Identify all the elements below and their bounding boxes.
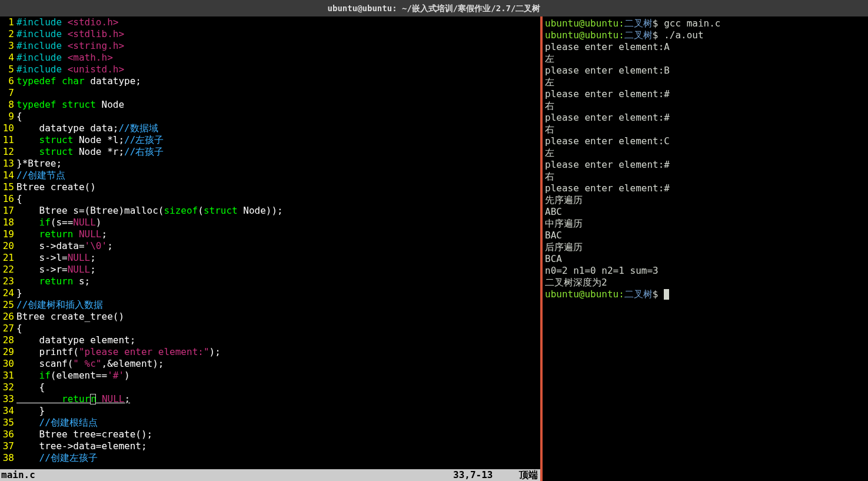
code-text[interactable] xyxy=(16,87,540,99)
line-number: 20 xyxy=(0,240,16,252)
statusbar: main.c 33,7-13 顶端 xyxy=(0,469,540,481)
code-line[interactable]: 19 return NULL; xyxy=(0,228,540,240)
code-line[interactable]: 18 if(s==NULL) xyxy=(0,217,540,228)
code-line[interactable]: 1#include <stdio.h> xyxy=(0,16,540,28)
code-text[interactable]: #include <unistd.h> xyxy=(16,64,540,75)
code-text[interactable]: #include <stdlib.h> xyxy=(16,28,540,40)
code-text[interactable]: typedef struct Node xyxy=(16,99,540,111)
code-line[interactable]: 35 //创建根结点 xyxy=(0,417,540,429)
line-number: 34 xyxy=(0,405,16,417)
code-line[interactable]: 10 datatype data;//数据域 xyxy=(0,122,540,134)
code-text[interactable]: Btree create() xyxy=(16,181,540,193)
code-line[interactable]: 20 s->data='\0'; xyxy=(0,240,540,252)
code-line[interactable]: 4#include <math.h> xyxy=(0,52,540,64)
code-line[interactable]: 25//创建树和插入数据 xyxy=(0,299,540,311)
code-line[interactable]: 21 s->l=NULL; xyxy=(0,252,540,264)
code-text[interactable]: } xyxy=(16,287,540,299)
code-text[interactable]: } xyxy=(16,405,540,417)
code-text[interactable]: //创建左孩子 xyxy=(16,452,540,464)
code-line[interactable]: 30 scanf(" %c",&element); xyxy=(0,358,540,370)
code-line[interactable]: 6typedef char datatype; xyxy=(0,75,540,87)
line-number: 25 xyxy=(0,299,16,311)
line-number: 24 xyxy=(0,287,16,299)
code-line[interactable]: 26Btree create_tree() xyxy=(0,311,540,323)
code-text[interactable]: datatype element; xyxy=(16,334,540,346)
code-text[interactable]: //创建根结点 xyxy=(16,417,540,429)
line-number: 19 xyxy=(0,228,16,240)
code-text[interactable]: Btree create_tree() xyxy=(16,311,540,323)
editor-pane[interactable]: 1#include <stdio.h>2#include <stdlib.h>3… xyxy=(0,16,540,481)
editor-cursor: n xyxy=(90,394,96,404)
code-line[interactable]: 22 s->r=NULL; xyxy=(0,264,540,276)
code-line[interactable]: 12 struct Node *r;//右孩子 xyxy=(0,146,540,158)
code-text[interactable]: datatype data;//数据域 xyxy=(16,122,540,134)
code-line[interactable]: 33 return NULL; xyxy=(0,393,540,405)
code-text[interactable]: s->data='\0'; xyxy=(16,240,540,252)
code-text[interactable]: }*Btree; xyxy=(16,158,540,170)
line-number: 17 xyxy=(0,205,16,217)
code-text[interactable]: { xyxy=(16,193,540,205)
code-line[interactable]: 37 tree->data=element; xyxy=(0,440,540,452)
terminal-line: please enter element:# xyxy=(545,183,866,194)
code-line[interactable]: 3#include <string.h> xyxy=(0,40,540,52)
line-number: 30 xyxy=(0,358,16,370)
code-line[interactable]: 31 if(element=='#') xyxy=(0,370,540,382)
code-text[interactable]: struct Node *r;//右孩子 xyxy=(16,146,540,158)
code-text[interactable]: return NULL; xyxy=(16,393,540,405)
code-line[interactable]: 16{ xyxy=(0,193,540,205)
code-line[interactable]: 36 Btree tree=create(); xyxy=(0,429,540,440)
terminal-line: ubuntu@ubuntu:二叉树$ xyxy=(545,288,866,300)
code-line[interactable]: 17 Btree s=(Btree)malloc(sizeof(struct N… xyxy=(0,205,540,217)
code-text[interactable]: #include <math.h> xyxy=(16,52,540,64)
code-line[interactable]: 2#include <stdlib.h> xyxy=(0,28,540,40)
code-text[interactable]: { xyxy=(16,111,540,122)
code-text[interactable]: return s; xyxy=(16,276,540,287)
code-line[interactable]: 13}*Btree; xyxy=(0,158,540,170)
line-number: 6 xyxy=(0,75,16,87)
code-text[interactable]: if(s==NULL) xyxy=(16,217,540,228)
code-line[interactable]: 9{ xyxy=(0,111,540,122)
code-text[interactable]: //创建节点 xyxy=(16,170,540,181)
code-line[interactable]: 27{ xyxy=(0,323,540,334)
code-line[interactable]: 11 struct Node *l;//左孩子 xyxy=(0,134,540,146)
code-text[interactable]: struct Node *l;//左孩子 xyxy=(16,134,540,146)
line-number: 3 xyxy=(0,40,16,52)
code-line[interactable]: 14//创建节点 xyxy=(0,170,540,181)
status-spacer xyxy=(29,469,453,481)
code-line[interactable]: 23 return s; xyxy=(0,276,540,287)
code-text[interactable]: //创建树和插入数据 xyxy=(16,299,540,311)
code-line[interactable]: 38 //创建左孩子 xyxy=(0,452,540,464)
code-line[interactable]: 34 } xyxy=(0,405,540,417)
terminal-cursor xyxy=(664,289,669,300)
code-line[interactable]: 8typedef struct Node xyxy=(0,99,540,111)
terminal-line: 左 xyxy=(545,147,866,159)
code-text[interactable]: typedef char datatype; xyxy=(16,75,540,87)
terminal-line: please enter element:# xyxy=(545,159,866,171)
code-text[interactable]: scanf(" %c",&element); xyxy=(16,358,540,370)
code-text[interactable]: #include <string.h> xyxy=(16,40,540,52)
code-line[interactable]: 29 printf("please enter element:"); xyxy=(0,346,540,358)
code-text[interactable]: Btree tree=create(); xyxy=(16,429,540,440)
code-text[interactable]: tree->data=element; xyxy=(16,440,540,452)
code-text[interactable]: s->l=NULL; xyxy=(16,252,540,264)
code-text[interactable]: Btree s=(Btree)malloc(sizeof(struct Node… xyxy=(16,205,540,217)
code-line[interactable]: 7 xyxy=(0,87,540,99)
code-text[interactable]: return NULL; xyxy=(16,228,540,240)
code-text[interactable]: s->r=NULL; xyxy=(16,264,540,276)
code-line[interactable]: 28 datatype element; xyxy=(0,334,540,346)
code-line[interactable]: 24} xyxy=(0,287,540,299)
code-line[interactable]: 5#include <unistd.h> xyxy=(0,64,540,75)
code-line[interactable]: 15Btree create() xyxy=(0,181,540,193)
code-text[interactable]: { xyxy=(16,382,540,393)
editor-body[interactable]: 1#include <stdio.h>2#include <stdlib.h>3… xyxy=(0,16,540,469)
code-text[interactable]: #include <stdio.h> xyxy=(16,16,540,28)
code-text[interactable]: { xyxy=(16,323,540,334)
code-text[interactable]: if(element=='#') xyxy=(16,370,540,382)
code-text[interactable]: printf("please enter element:"); xyxy=(16,346,540,358)
code-line[interactable]: 32 { xyxy=(0,382,540,393)
line-number: 12 xyxy=(0,146,16,158)
terminal-line: please enter element:# xyxy=(545,112,866,124)
terminal-line: 左 xyxy=(545,77,866,88)
terminal-line: please enter element:# xyxy=(545,88,866,100)
terminal-pane[interactable]: ubuntu@ubuntu:二叉树$ gcc main.cubuntu@ubun… xyxy=(543,16,868,481)
